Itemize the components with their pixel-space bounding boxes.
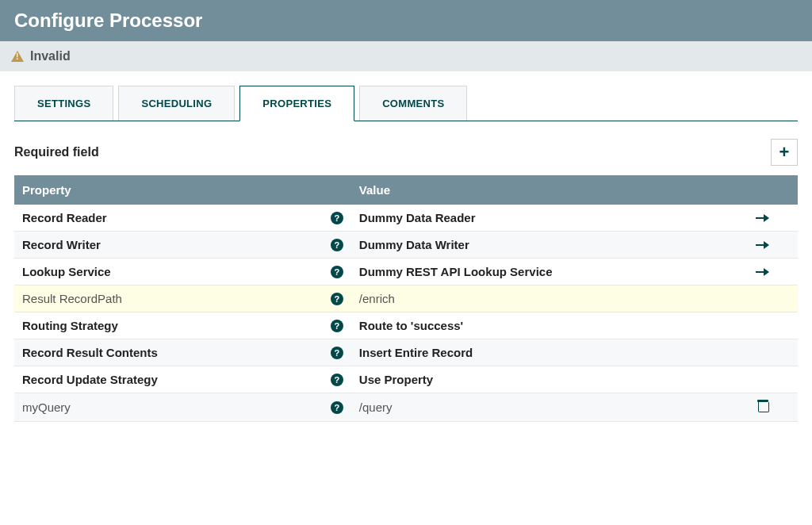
help-icon[interactable]: ? xyxy=(331,266,343,278)
help-icon[interactable]: ? xyxy=(331,212,343,224)
property-name: Record Result Contents xyxy=(22,346,158,359)
help-icon[interactable]: ? xyxy=(331,320,343,332)
goto-icon[interactable] xyxy=(756,241,770,249)
property-value[interactable]: Dummy REST API Lookup Service xyxy=(359,265,553,278)
property-name: Routing Strategy xyxy=(22,319,118,332)
property-value[interactable]: Route to 'success' xyxy=(359,319,463,332)
plus-icon: + xyxy=(779,142,790,163)
tab-settings[interactable]: SETTINGS xyxy=(14,86,113,121)
help-icon[interactable]: ? xyxy=(331,293,343,305)
property-name: Result RecordPath xyxy=(22,292,122,305)
status-bar: Invalid xyxy=(0,41,812,71)
property-name: Record Writer xyxy=(22,238,101,251)
table-row: Result RecordPath?/enrich xyxy=(14,285,798,312)
table-row: Record Reader?Dummy Data Reader xyxy=(14,205,798,232)
goto-icon[interactable] xyxy=(756,214,770,222)
table-row: myQuery?/query xyxy=(14,393,798,422)
property-name: myQuery xyxy=(22,400,71,414)
property-name: Record Update Strategy xyxy=(22,373,158,386)
help-icon[interactable]: ? xyxy=(331,347,343,359)
col-header-property: Property xyxy=(14,175,351,205)
help-icon[interactable]: ? xyxy=(331,401,343,414)
tab-properties[interactable]: PROPERTIES xyxy=(239,86,354,121)
warning-icon xyxy=(11,51,24,62)
tab-scheduling[interactable]: SCHEDULING xyxy=(118,86,235,121)
property-value[interactable]: Dummy Data Writer xyxy=(359,238,469,251)
goto-icon[interactable] xyxy=(756,268,770,276)
section-title: Required field xyxy=(14,145,99,159)
property-value[interactable]: /query xyxy=(359,400,393,414)
col-header-value: Value xyxy=(351,175,727,205)
table-row: Record Result Contents?Insert Entire Rec… xyxy=(14,339,798,366)
table-row: Routing Strategy?Route to 'success' xyxy=(14,312,798,339)
add-property-button[interactable]: + xyxy=(771,139,798,166)
property-value[interactable]: /enrich xyxy=(359,292,395,305)
tab-bar: SETTINGSSCHEDULINGPROPERTIESCOMMENTS xyxy=(14,86,798,121)
property-value[interactable]: Use Property xyxy=(359,373,433,386)
table-row: Record Update Strategy?Use Property xyxy=(14,366,798,393)
property-name: Lookup Service xyxy=(22,265,111,278)
help-icon[interactable]: ? xyxy=(331,239,343,251)
property-name: Record Reader xyxy=(22,211,107,224)
property-value[interactable]: Dummy Data Reader xyxy=(359,211,476,224)
property-value[interactable]: Insert Entire Record xyxy=(359,346,473,359)
table-row: Lookup Service?Dummy REST API Lookup Ser… xyxy=(14,259,798,285)
col-header-actions xyxy=(727,175,798,205)
dialog-title: Configure Processor xyxy=(0,0,812,41)
help-icon[interactable]: ? xyxy=(331,374,343,386)
table-row: Record Writer?Dummy Data Writer xyxy=(14,232,798,259)
properties-table: Property Value Record Reader?Dummy Data … xyxy=(14,175,798,422)
tab-comments[interactable]: COMMENTS xyxy=(359,86,467,121)
status-text: Invalid xyxy=(30,49,71,63)
trash-icon[interactable] xyxy=(757,400,768,412)
